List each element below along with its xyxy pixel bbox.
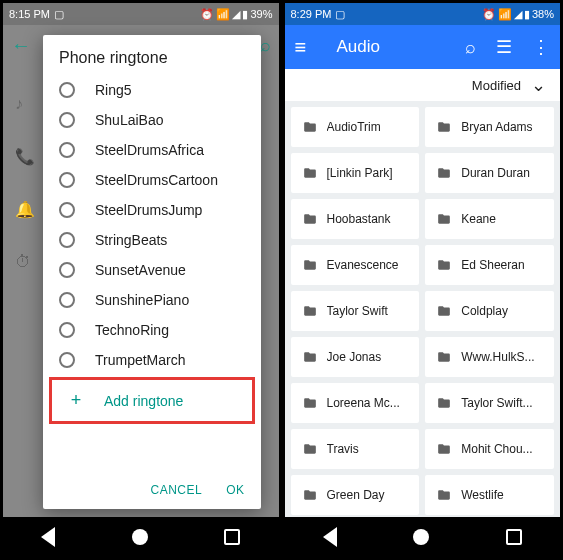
ringtone-option[interactable]: SunshinePiano	[43, 285, 261, 315]
radio-icon	[59, 232, 75, 248]
folder-icon	[301, 442, 319, 456]
dialog-title: Phone ringtone	[43, 35, 261, 75]
radio-icon	[59, 82, 75, 98]
folder-card[interactable]: Www.HulkS...	[425, 337, 554, 377]
folder-card[interactable]: Taylor Swift	[291, 291, 420, 331]
nav-recent-icon[interactable]	[506, 529, 522, 545]
ringtone-option[interactable]: SteelDrumsAfrica	[43, 135, 261, 165]
folder-icon	[301, 488, 319, 502]
folder-name: Evanescence	[327, 258, 399, 272]
sort-label: Modified	[472, 78, 521, 93]
folder-name: Taylor Swift	[327, 304, 388, 318]
nav-bar	[285, 517, 561, 557]
status-bar: 8:15 PM ▢ ⏰ 📶 ◢ ▮ 39%	[3, 3, 279, 25]
folder-card[interactable]: [Linkin Park]	[291, 153, 420, 193]
folder-card[interactable]: Travis	[291, 429, 420, 469]
signal-icon: ◢	[232, 8, 240, 21]
status-bar: 8:29 PM ▢ ⏰ 📶 ◢ ▮ 38%	[285, 3, 561, 25]
folder-name: AudioTrim	[327, 120, 381, 134]
folder-icon	[301, 350, 319, 364]
folder-name: Hoobastank	[327, 212, 391, 226]
folder-name: Www.HulkS...	[461, 350, 534, 364]
battery-percent: 39%	[250, 8, 272, 20]
clock-icon: ⏱	[15, 253, 43, 271]
radio-icon	[59, 322, 75, 338]
radio-icon	[59, 262, 75, 278]
nav-home-icon[interactable]	[132, 529, 148, 545]
folder-icon	[301, 120, 319, 134]
folder-icon	[301, 304, 319, 318]
folder-card[interactable]: Loreena Mc...	[291, 383, 420, 423]
folder-name: Mohit Chou...	[461, 442, 532, 456]
folder-icon	[435, 120, 453, 134]
folder-card[interactable]: Taylor Swift...	[425, 383, 554, 423]
search-icon[interactable]: ⌕	[465, 37, 476, 58]
ringtone-option[interactable]: SteelDrumsCartoon	[43, 165, 261, 195]
nav-back-icon[interactable]	[323, 527, 337, 547]
add-ringtone-button[interactable]: + Add ringtone	[49, 377, 255, 424]
alarm-icon: ⏰	[200, 8, 214, 21]
folder-name: Westlife	[461, 488, 503, 502]
signal-icon: ◢	[514, 8, 522, 21]
nav-recent-icon[interactable]	[224, 529, 240, 545]
app-bar: ≡ Audio ⌕ ☰ ⋮	[285, 25, 561, 69]
folder-card[interactable]: Hoobastank	[291, 199, 420, 239]
ok-button[interactable]: OK	[226, 483, 244, 497]
alarm-icon: ⏰	[482, 8, 496, 21]
ringtone-option[interactable]: StringBeats	[43, 225, 261, 255]
folder-name: Duran Duran	[461, 166, 530, 180]
folder-name: Joe Jonas	[327, 350, 382, 364]
battery-icon: ▮	[524, 8, 530, 21]
folder-icon	[301, 258, 319, 272]
ringtone-option[interactable]: TrumpetMarch	[43, 345, 261, 375]
folder-icon	[301, 212, 319, 226]
battery-percent: 38%	[532, 8, 554, 20]
folder-name: Bryan Adams	[461, 120, 532, 134]
status-time: 8:15 PM	[9, 8, 50, 20]
folder-icon	[435, 166, 453, 180]
ringtone-option[interactable]: SunsetAvenue	[43, 255, 261, 285]
folder-card[interactable]: Evanescence	[291, 245, 420, 285]
ringtone-option[interactable]: TechnoRing	[43, 315, 261, 345]
folder-card[interactable]: Green Day	[291, 475, 420, 515]
folder-card[interactable]: Keane	[425, 199, 554, 239]
radio-icon	[59, 112, 75, 128]
wifi-icon: 📶	[498, 8, 512, 21]
search-icon: ⌕	[260, 35, 271, 56]
folder-name: Coldplay	[461, 304, 508, 318]
folder-name: Ed Sheeran	[461, 258, 524, 272]
wifi-icon: 📶	[216, 8, 230, 21]
folder-icon	[435, 212, 453, 226]
ringtone-option[interactable]: Ring5	[43, 75, 261, 105]
list-view-icon[interactable]: ☰	[496, 36, 512, 58]
folder-name: Taylor Swift...	[461, 396, 532, 410]
chevron-down-icon: ⌄	[531, 74, 546, 96]
back-arrow-icon: ←	[11, 34, 31, 57]
folder-card[interactable]: Coldplay	[425, 291, 554, 331]
menu-icon[interactable]: ≡	[295, 36, 319, 59]
folder-name: Loreena Mc...	[327, 396, 400, 410]
overflow-menu-icon[interactable]: ⋮	[532, 36, 550, 58]
folder-card[interactable]: Westlife	[425, 475, 554, 515]
plus-icon: +	[68, 390, 84, 411]
bell-icon: 🔔	[15, 200, 43, 219]
folder-card[interactable]: Ed Sheeran	[425, 245, 554, 285]
sort-bar[interactable]: Modified ⌄	[285, 69, 561, 101]
folder-card[interactable]: AudioTrim	[291, 107, 420, 147]
folder-card[interactable]: Joe Jonas	[291, 337, 420, 377]
folder-icon	[435, 304, 453, 318]
folder-card[interactable]: Mohit Chou...	[425, 429, 554, 469]
cancel-button[interactable]: CANCEL	[150, 483, 202, 497]
nav-home-icon[interactable]	[413, 529, 429, 545]
ringtone-option[interactable]: SteelDrumsJump	[43, 195, 261, 225]
folder-card[interactable]: Bryan Adams	[425, 107, 554, 147]
folder-icon	[435, 258, 453, 272]
folder-icon	[301, 396, 319, 410]
radio-icon	[59, 142, 75, 158]
folder-icon	[435, 396, 453, 410]
ringtone-option[interactable]: ShuLaiBao	[43, 105, 261, 135]
ringtone-list[interactable]: Ring5 ShuLaiBao SteelDrumsAfrica SteelDr…	[43, 75, 261, 475]
folder-name: Keane	[461, 212, 496, 226]
folder-card[interactable]: Duran Duran	[425, 153, 554, 193]
nav-back-icon[interactable]	[41, 527, 55, 547]
